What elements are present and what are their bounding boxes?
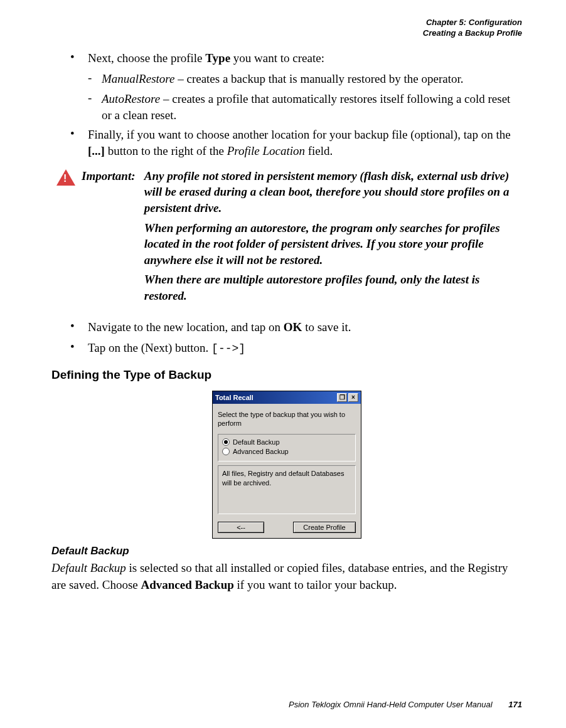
radio-advanced-backup[interactable]: Advanced Backup bbox=[222, 448, 351, 455]
manual-title: Psion Teklogix Omnii Hand-Held Computer … bbox=[289, 700, 493, 709]
important-callout: Important: Any profile not stored in per… bbox=[56, 168, 522, 308]
section-label: Creating a Backup Profile bbox=[51, 28, 522, 39]
back-button[interactable]: <-- bbox=[218, 522, 264, 533]
sub-heading-default-backup: Default Backup bbox=[51, 545, 522, 557]
warning-icon bbox=[56, 168, 82, 308]
default-backup-paragraph: Default Backup is selected so that all i… bbox=[51, 560, 522, 593]
dialog-prompt: Select the type of backup that you wish … bbox=[218, 410, 356, 428]
bullet-navigate: • Navigate to the new location, and tap … bbox=[70, 319, 522, 335]
radio-default-backup[interactable]: Default Backup bbox=[222, 438, 351, 446]
sub-auto-restore: - AutoRestore – creates a profile that a… bbox=[88, 91, 522, 123]
dash-marker: - bbox=[88, 71, 102, 87]
page-number: 171 bbox=[508, 700, 522, 709]
bullet-text: Navigate to the new location, and tap on… bbox=[88, 319, 522, 335]
dialog-title: Total Recall bbox=[215, 394, 254, 401]
bullet-marker: • bbox=[70, 127, 88, 159]
important-label: Important: bbox=[82, 168, 141, 184]
dash-marker: - bbox=[88, 91, 102, 123]
bullet-text: Next, choose the profile Type you want t… bbox=[88, 50, 522, 66]
sub-text: AutoRestore – creates a profile that aut… bbox=[102, 91, 522, 123]
bullet-marker: • bbox=[70, 319, 88, 335]
dialog-screenshot: Total Recall ❐ × Select the type of back… bbox=[51, 391, 522, 539]
sub-text: ManualRestore – creates a backup that is… bbox=[102, 71, 522, 87]
bullet-marker: • bbox=[70, 50, 88, 66]
next-arrow-icon: [-->] bbox=[211, 342, 245, 355]
sub-manual-restore: - ManualRestore – creates a backup that … bbox=[88, 71, 522, 87]
bullet-marker: • bbox=[70, 340, 88, 356]
page-footer: Psion Teklogix Omnii Hand-Held Computer … bbox=[289, 700, 522, 709]
radio-icon bbox=[222, 448, 230, 455]
bullet-profile-type: • Next, choose the profile Type you want… bbox=[70, 50, 522, 66]
chapter-label: Chapter 5: Configuration bbox=[51, 18, 522, 28]
create-profile-button[interactable]: Create Profile bbox=[293, 522, 356, 533]
total-recall-dialog: Total Recall ❐ × Select the type of back… bbox=[212, 391, 361, 539]
radio-label: Default Backup bbox=[233, 438, 280, 446]
bullet-location: • Finally, if you want to choose another… bbox=[70, 127, 522, 159]
bullet-text: Tap on the (Next) button. [-->] bbox=[88, 340, 522, 356]
bullet-next: • Tap on the (Next) button. [-->] bbox=[70, 340, 522, 356]
close-button[interactable]: × bbox=[348, 393, 358, 402]
maximize-button[interactable]: ❐ bbox=[337, 393, 347, 402]
radio-label: Advanced Backup bbox=[233, 448, 289, 455]
important-body: Any profile not stored in persistent mem… bbox=[144, 168, 522, 308]
page-header: Chapter 5: Configuration Creating a Back… bbox=[51, 18, 522, 39]
backup-description: All files, Registry and default Database… bbox=[218, 465, 356, 514]
section-heading: Defining the Type of Backup bbox=[51, 368, 522, 382]
backup-type-radio-group: Default Backup Advanced Backup bbox=[218, 434, 356, 462]
radio-icon bbox=[222, 438, 230, 446]
bullet-text: Finally, if you want to choose another l… bbox=[88, 127, 522, 159]
dialog-titlebar: Total Recall ❐ × bbox=[213, 391, 361, 404]
